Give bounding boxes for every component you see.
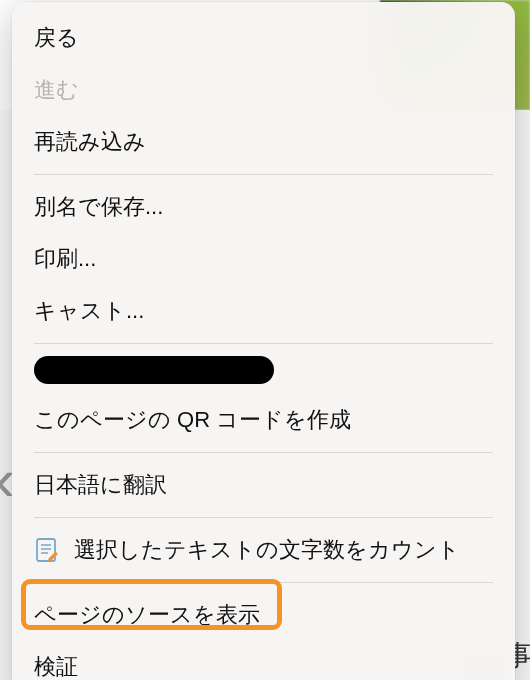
menu-separator [34, 174, 493, 175]
menu-item-save-as[interactable]: 別名で保存... [12, 181, 515, 233]
menu-item-reload[interactable]: 再読み込み [12, 116, 515, 168]
menu-item-view-source[interactable]: ページのソースを表示 [12, 589, 515, 641]
menu-item-count-characters[interactable]: 選択したテキストの文字数をカウント [12, 524, 515, 576]
menu-item-label: 進む [34, 75, 79, 105]
menu-item-label: キャスト... [34, 296, 144, 326]
menu-separator [34, 452, 493, 453]
menu-item-cast[interactable]: キャスト... [12, 285, 515, 337]
context-menu: 戻る 進む 再読み込み 別名で保存... 印刷... キャスト... このページ… [12, 2, 515, 680]
menu-item-label: ページのソースを表示 [34, 600, 260, 630]
menu-separator [34, 343, 493, 344]
menu-item-label: 検証 [34, 652, 78, 680]
menu-item-label: 印刷... [34, 244, 96, 274]
menu-item-label: このページの QR コードを作成 [34, 405, 351, 435]
menu-item-inspect[interactable]: 検証 [12, 641, 515, 680]
menu-item-back[interactable]: 戻る [12, 12, 515, 64]
redaction-bar [34, 356, 274, 384]
menu-item-print[interactable]: 印刷... [12, 233, 515, 285]
menu-item-create-qr[interactable]: このページの QR コードを作成 [12, 394, 515, 446]
document-edit-icon [34, 537, 60, 563]
menu-separator [34, 517, 493, 518]
menu-item-forward: 進む [12, 64, 515, 116]
menu-item-label: 再読み込み [34, 127, 146, 157]
menu-item-label: 選択したテキストの文字数をカウント [74, 535, 460, 565]
menu-separator [34, 582, 493, 583]
menu-item-label: 別名で保存... [34, 192, 163, 222]
menu-item-redacted[interactable] [12, 350, 515, 394]
menu-item-translate[interactable]: 日本語に翻訳 [12, 459, 515, 511]
menu-item-label: 戻る [34, 23, 79, 53]
menu-item-label: 日本語に翻訳 [34, 470, 167, 500]
